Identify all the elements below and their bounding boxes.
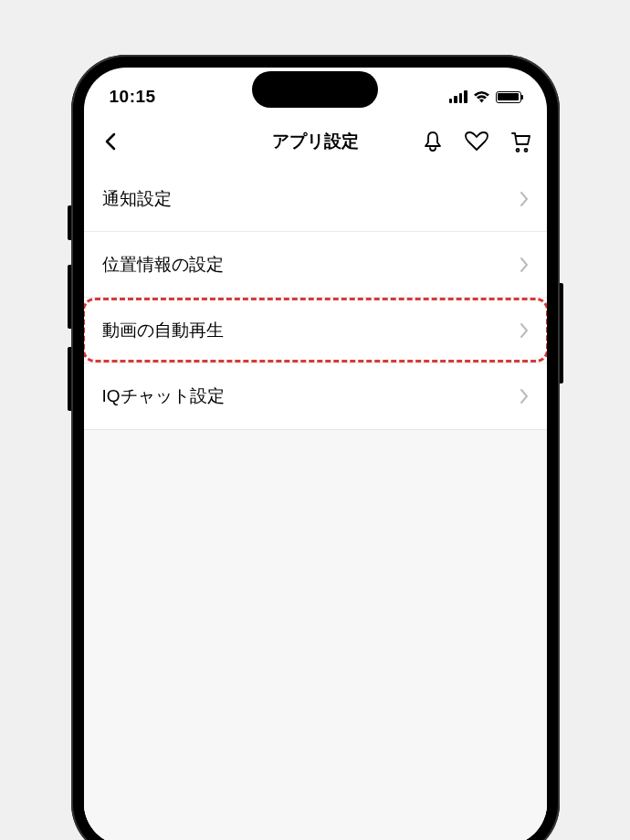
cart-icon (509, 131, 531, 152)
cart-button[interactable] (509, 130, 532, 153)
chevron-right-icon (520, 388, 529, 404)
settings-item-notifications[interactable]: 通知設定 (84, 166, 547, 232)
bell-icon (423, 131, 443, 152)
status-icons (449, 90, 521, 103)
settings-list: 通知設定 位置情報の設定 動画の自動再生 (84, 166, 547, 429)
settings-item-label: IQチャット設定 (102, 384, 225, 408)
battery-icon (496, 91, 521, 103)
chevron-left-icon (105, 132, 116, 151)
settings-item-label: 通知設定 (102, 187, 172, 211)
phone-side-button (68, 265, 71, 329)
phone-side-button (560, 283, 563, 383)
heart-icon (465, 131, 488, 152)
empty-area (84, 429, 547, 840)
settings-item-label: 位置情報の設定 (102, 253, 224, 277)
settings-item-iqchat[interactable]: IQチャット設定 (84, 363, 547, 429)
phone-notch (252, 71, 378, 108)
phone-screen: 10:15 (84, 68, 547, 840)
content: 通知設定 位置情報の設定 動画の自動再生 (84, 166, 547, 840)
back-button[interactable] (99, 130, 122, 153)
phone-frame: 10:15 (71, 55, 560, 840)
favorites-button[interactable] (465, 130, 488, 153)
settings-item-autoplay[interactable]: 動画の自動再生 (84, 298, 547, 363)
page-title: アプリ設定 (272, 130, 359, 153)
wifi-icon (473, 90, 490, 103)
signal-icon (449, 90, 467, 103)
phone-side-button (68, 205, 71, 240)
chevron-right-icon (520, 322, 529, 339)
phone-side-button (68, 347, 71, 411)
status-time: 10:15 (110, 87, 156, 107)
notification-button[interactable] (421, 130, 445, 153)
settings-item-label: 動画の自動再生 (102, 319, 224, 342)
settings-item-location[interactable]: 位置情報の設定 (84, 232, 547, 298)
chevron-right-icon (520, 257, 529, 273)
chevron-right-icon (520, 191, 529, 207)
nav-bar: アプリ設定 (84, 117, 547, 166)
